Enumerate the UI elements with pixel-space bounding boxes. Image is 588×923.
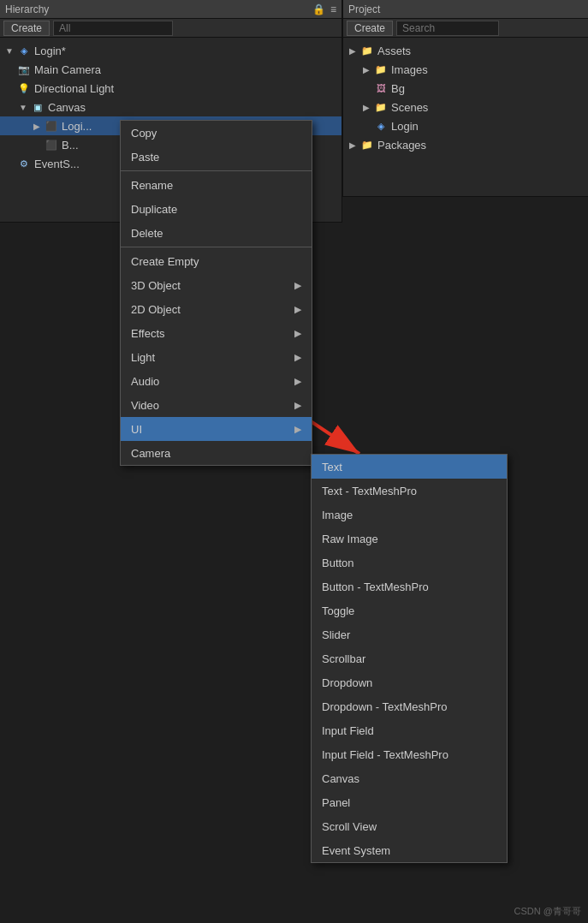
menu-label: UI	[131, 423, 142, 436]
menu-label: Light	[131, 351, 155, 364]
menu-item-button-textmeshpro[interactable]: Button - TextMeshPro	[312, 575, 507, 598]
menu-label: Dropdown	[322, 676, 372, 689]
tree-label: Assets	[377, 45, 411, 57]
tree-item-login-scene[interactable]: ▼ ◈ Login*	[0, 41, 342, 60]
menu-item-2d-object[interactable]: 2D Object ▶	[121, 297, 312, 321]
menu-label: Button	[322, 557, 354, 569]
submenu-arrow: ▶	[294, 280, 301, 291]
project-tree: ▶ 📁 Assets ▶ 📁 Images 🖼 Bg ▶ 📁 Scenes ◈ …	[343, 38, 588, 158]
menu-item-dropdown-textmeshpro[interactable]: Dropdown - TextMeshPro	[312, 694, 507, 718]
project-create-button[interactable]: Create	[347, 21, 393, 36]
menu-label: Input Field	[322, 724, 374, 737]
folder-icon: 📁	[374, 63, 388, 76]
menu-item-toggle[interactable]: Toggle	[312, 598, 507, 622]
tree-arrow: ▼	[17, 101, 29, 113]
menu-item-delete[interactable]: Delete	[121, 221, 312, 245]
menu-label: Image	[322, 509, 353, 521]
menu-item-audio[interactable]: Audio ▶	[121, 369, 312, 393]
folder-icon: 📁	[374, 100, 388, 114]
menu-item-scrollbar[interactable]: Scrollbar	[312, 646, 507, 670]
hierarchy-search-input[interactable]	[53, 21, 173, 36]
project-search-input[interactable]	[396, 21, 499, 36]
project-title: Project	[348, 3, 583, 15]
menu-item-input-field-textmeshpro[interactable]: Input Field - TextMeshPro	[312, 742, 507, 766]
context-menu-left: Copy Paste Rename Duplicate Delete Creat…	[120, 120, 312, 466]
menu-item-raw-image[interactable]: Raw Image	[312, 527, 507, 551]
gameobj-icon: ⬛	[45, 138, 58, 152]
hierarchy-create-button[interactable]: Create	[3, 21, 50, 36]
tree-item-directional-light[interactable]: 💡 Directional Light	[0, 79, 342, 98]
lock-icon[interactable]: 🔒	[312, 3, 325, 15]
folder-icon: 📁	[360, 44, 374, 57]
menu-label: Scrollbar	[322, 652, 365, 665]
menu-label: Copy	[131, 127, 157, 140]
menu-item-3d-object[interactable]: 3D Object ▶	[121, 273, 312, 297]
menu-label: Raw Image	[322, 533, 378, 545]
hierarchy-toolbar: Create	[0, 19, 342, 38]
menu-label: 3D Object	[131, 279, 181, 292]
menu-label: Event System	[322, 844, 390, 857]
menu-label: Text - TextMeshPro	[322, 485, 417, 497]
menu-label: Scroll View	[322, 820, 377, 833]
menu-item-camera[interactable]: Camera	[121, 441, 312, 465]
menu-item-effects[interactable]: Effects ▶	[121, 321, 312, 345]
menu-item-video[interactable]: Video ▶	[121, 393, 312, 417]
tree-label: Packages	[377, 139, 426, 152]
menu-icon[interactable]: ≡	[330, 3, 336, 15]
menu-item-input-field[interactable]: Input Field	[312, 718, 507, 742]
menu-item-create-empty[interactable]: Create Empty	[121, 249, 312, 273]
tree-arrow: ▼	[3, 45, 15, 57]
tree-label: Bg	[391, 82, 405, 95]
tree-item-packages[interactable]: ▶ 📁 Packages	[343, 135, 588, 154]
light-icon: 💡	[17, 81, 31, 95]
submenu-arrow: ▶	[294, 424, 301, 435]
scene-icon: ◈	[17, 44, 31, 57]
submenu-arrow: ▶	[294, 400, 301, 411]
menu-item-dropdown[interactable]: Dropdown	[312, 670, 507, 694]
tree-item-login-asset[interactable]: ◈ Login	[343, 116, 588, 135]
tree-item-images[interactable]: ▶ 📁 Images	[343, 60, 588, 79]
tree-label: Login*	[34, 45, 66, 57]
tree-label: Canvas	[48, 101, 86, 114]
menu-item-text[interactable]: Text	[312, 455, 507, 479]
menu-item-rename[interactable]: Rename	[121, 173, 312, 197]
submenu-arrow: ▶	[294, 352, 301, 363]
tree-label: Directional Light	[34, 82, 114, 95]
menu-item-duplicate[interactable]: Duplicate	[121, 197, 312, 221]
menu-label: Panel	[322, 796, 350, 809]
menu-label: Audio	[131, 375, 159, 388]
separator-1	[121, 170, 312, 171]
menu-item-light[interactable]: Light ▶	[121, 345, 312, 369]
menu-item-ui[interactable]: UI ▶	[121, 417, 312, 441]
menu-item-panel[interactable]: Panel	[312, 790, 507, 814]
tree-arrow: ▶	[360, 63, 372, 75]
tree-label: B...	[62, 139, 79, 152]
menu-item-text-textmeshpro[interactable]: Text - TextMeshPro	[312, 479, 507, 503]
menu-item-canvas-ui[interactable]: Canvas	[312, 766, 507, 790]
menu-label: 2D Object	[131, 303, 181, 316]
menu-item-button[interactable]: Button	[312, 551, 507, 575]
menu-label: Toggle	[322, 604, 354, 617]
menu-item-paste[interactable]: Paste	[121, 145, 312, 169]
menu-label: Button - TextMeshPro	[322, 581, 429, 593]
menu-item-image[interactable]: Image	[312, 503, 507, 527]
tree-arrow: ▶	[347, 139, 359, 151]
submenu-arrow: ▶	[294, 376, 301, 387]
tree-item-bg-asset[interactable]: 🖼 Bg	[343, 79, 588, 98]
project-toolbar: Create	[343, 19, 588, 38]
menu-item-slider[interactable]: Slider	[312, 622, 507, 646]
menu-item-scroll-view[interactable]: Scroll View	[312, 814, 507, 838]
menu-label: Text	[322, 461, 342, 473]
tree-arrow: ▶	[360, 101, 372, 113]
folder-icon: 📁	[360, 138, 374, 152]
tree-item-scenes[interactable]: ▶ 📁 Scenes	[343, 98, 588, 116]
menu-label: Create Empty	[131, 255, 199, 268]
tree-label: EventS...	[34, 158, 80, 170]
tree-item-assets[interactable]: ▶ 📁 Assets	[343, 41, 588, 60]
menu-item-event-system[interactable]: Event System	[312, 838, 507, 862]
menu-label: Paste	[131, 151, 159, 164]
separator-2	[121, 247, 312, 247]
tree-item-main-camera[interactable]: 📷 Main Camera	[0, 60, 342, 79]
tree-item-canvas[interactable]: ▼ ▣ Canvas	[0, 98, 342, 116]
menu-item-copy[interactable]: Copy	[121, 121, 312, 145]
